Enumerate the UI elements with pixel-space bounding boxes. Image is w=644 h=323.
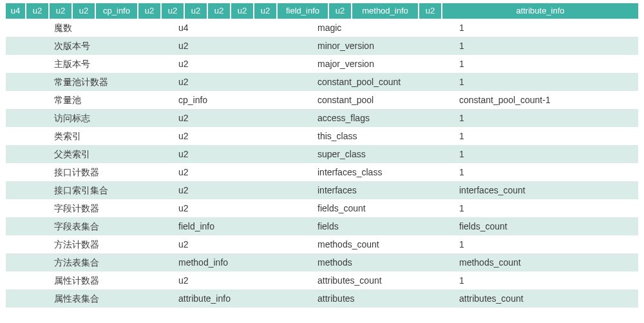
row-count: 1 [459, 145, 638, 163]
header-cell: u2 [231, 3, 254, 19]
header-cell: u2 [138, 3, 162, 19]
row-count: attributes_count [459, 289, 638, 308]
row-field: attributes_count [317, 271, 459, 289]
row-type: u4 [178, 19, 317, 37]
classfile-table: 魔数u4magic1次版本号u2minor_version1主版本号u2majo… [6, 19, 638, 308]
header-cell: u2 [73, 3, 96, 19]
row-count: methods_count [459, 253, 638, 271]
row-gutter [6, 145, 54, 163]
row-field: major_version [317, 55, 459, 73]
row-gutter [6, 73, 54, 91]
row-field: this_class [317, 127, 459, 145]
row-name-cn: 常量池计数器 [54, 73, 178, 91]
header-cell: u2 [419, 3, 442, 19]
row-gutter [6, 91, 54, 109]
row-field: magic [317, 19, 459, 37]
row-name-cn: 属性计数器 [54, 271, 178, 289]
row-name-cn: 接口计数器 [54, 163, 178, 181]
row-count: 1 [459, 271, 638, 289]
row-field: access_flags [317, 109, 459, 127]
row-field: methods [317, 253, 459, 271]
table-row: 接口计数器u2interfaces_class1 [6, 163, 638, 181]
row-gutter [6, 55, 54, 73]
row-type: method_info [178, 253, 317, 271]
row-name-cn: 访问标志 [54, 109, 178, 127]
row-gutter [6, 235, 54, 253]
row-gutter [6, 217, 54, 235]
row-count: fields_count [459, 217, 638, 235]
header-cell: method_info [352, 3, 419, 19]
row-gutter [6, 109, 54, 127]
table-row: 访问标志u2access_flags1 [6, 109, 638, 127]
row-gutter [6, 19, 54, 37]
row-count: 1 [459, 163, 638, 181]
row-type: cp_info [178, 91, 317, 109]
row-field: constant_pool [317, 91, 459, 109]
row-gutter [6, 181, 54, 199]
table-row: 次版本号u2minor_version1 [6, 37, 638, 55]
row-count: 1 [459, 199, 638, 217]
header-cell: u2 [208, 3, 231, 19]
row-type: u2 [178, 199, 317, 217]
row-field: fields [317, 217, 459, 235]
row-type: u2 [178, 271, 317, 289]
row-field: attributes [317, 289, 459, 308]
header-cell: u2 [185, 3, 208, 19]
row-count: 1 [459, 109, 638, 127]
table-row: 方法表集合method_infomethodsmethods_count [6, 253, 638, 271]
row-name-cn: 主版本号 [54, 55, 178, 73]
header-cell: u2 [254, 3, 278, 19]
row-name-cn: 次版本号 [54, 37, 178, 55]
row-type: u2 [178, 73, 317, 91]
row-type: u2 [178, 181, 317, 199]
row-name-cn: 方法计数器 [54, 235, 178, 253]
header-cell: u2 [162, 3, 185, 19]
row-field: fields_count [317, 199, 459, 217]
row-name-cn: 类索引 [54, 127, 178, 145]
row-type: u2 [178, 109, 317, 127]
row-name-cn: 常量池 [54, 91, 178, 109]
page-root: u4u2u2u2cp_infou2u2u2u2u2u2field_infou2m… [0, 0, 644, 311]
row-field: methods_count [317, 235, 459, 253]
table-row: 字段表集合field_infofieldsfields_count [6, 217, 638, 235]
row-type: u2 [178, 163, 317, 181]
table-row: 魔数u4magic1 [6, 19, 638, 37]
row-name-cn: 属性表集合 [54, 289, 178, 308]
header-cell: u2 [329, 3, 352, 19]
header-strip: u4u2u2u2cp_infou2u2u2u2u2u2field_infou2m… [6, 3, 638, 19]
row-name-cn: 父类索引 [54, 145, 178, 163]
row-name-cn: 字段计数器 [54, 199, 178, 217]
row-type: u2 [178, 145, 317, 163]
row-name-cn: 方法表集合 [54, 253, 178, 271]
header-cell: u4 [6, 3, 26, 19]
row-count: 1 [459, 55, 638, 73]
header-cell: u2 [50, 3, 73, 19]
row-gutter [6, 271, 54, 289]
row-name-cn: 字段表集合 [54, 217, 178, 235]
table-row: 父类索引u2super_class1 [6, 145, 638, 163]
row-field: interfaces_class [317, 163, 459, 181]
row-gutter [6, 289, 54, 308]
row-type: attribute_info [178, 289, 317, 308]
row-field: interfaces [317, 181, 459, 199]
row-field: super_class [317, 145, 459, 163]
row-count: 1 [459, 235, 638, 253]
row-count: 1 [459, 73, 638, 91]
row-count: 1 [459, 19, 638, 37]
row-field: constant_pool_count [317, 73, 459, 91]
row-gutter [6, 199, 54, 217]
row-name-cn: 魔数 [54, 19, 178, 37]
row-count: 1 [459, 127, 638, 145]
table-row: 常量池cp_infoconstant_poolconstant_pool_cou… [6, 91, 638, 109]
row-gutter [6, 163, 54, 181]
row-name-cn: 接口索引集合 [54, 181, 178, 199]
row-gutter [6, 253, 54, 271]
header-cell: attribute_info [442, 3, 638, 19]
row-type: u2 [178, 37, 317, 55]
table-row: 常量池计数器u2constant_pool_count1 [6, 73, 638, 91]
table-row: 属性表集合attribute_infoattributesattributes_… [6, 289, 638, 308]
row-count: 1 [459, 37, 638, 55]
row-type: field_info [178, 217, 317, 235]
table-row: 主版本号u2major_version1 [6, 55, 638, 73]
row-type: u2 [178, 127, 317, 145]
